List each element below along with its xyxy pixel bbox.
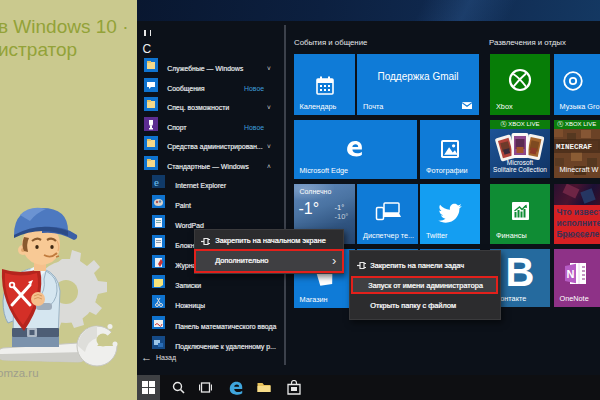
svg-text:N: N [566, 267, 574, 279]
svg-text:e: e [154, 176, 159, 188]
svg-text:MINECRAF: MINECRAF [556, 143, 593, 151]
